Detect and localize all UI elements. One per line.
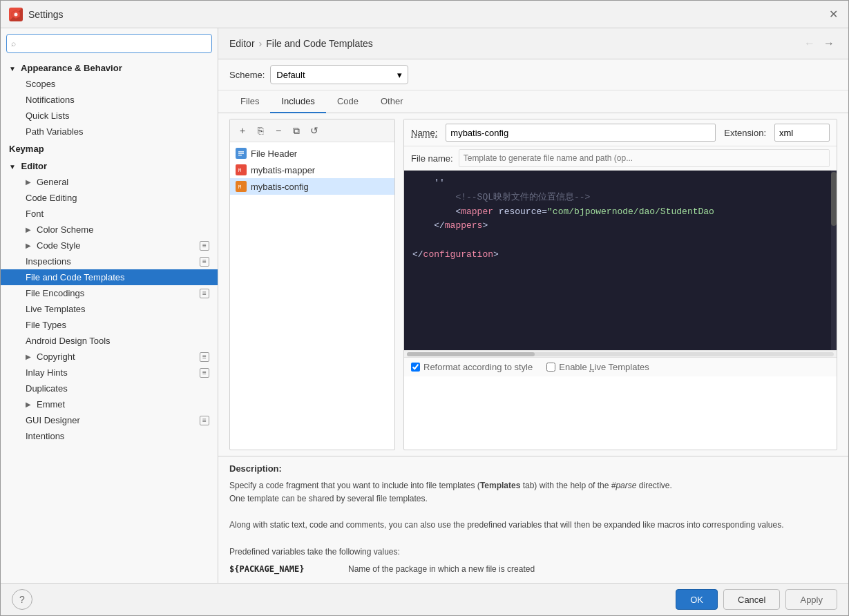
sidebar-item-font[interactable]: Font: [1, 206, 218, 222]
nav-forward-button[interactable]: →: [821, 35, 837, 52]
sidebar-item-editor[interactable]: ▼ Editor: [1, 157, 218, 174]
reformat-checkbox-label[interactable]: Reformat according to style: [411, 362, 533, 372]
file-item-mybatis-mapper[interactable]: M mybatis-mapper: [230, 162, 394, 178]
sidebar-item-inspections[interactable]: Inspections ≡: [1, 253, 218, 269]
editor-scrollbar[interactable]: [404, 350, 837, 357]
right-panel: Editor › File and Code Templates ← → Sch…: [218, 28, 848, 583]
file-encodings-badge: ≡: [200, 289, 209, 298]
sidebar-item-general[interactable]: ▶ General: [1, 174, 218, 190]
breadcrumb-nav: ← →: [801, 35, 837, 52]
desc-para-2: One template can be shared by several fi…: [229, 492, 837, 506]
add-template-button[interactable]: +: [234, 122, 251, 139]
sidebar-item-file-types[interactable]: File Types: [1, 317, 218, 333]
expand-arrow-copyright: ▶: [26, 353, 34, 360]
apply-button[interactable]: Apply: [785, 589, 837, 610]
mybatis-mapper-label: mybatis-mapper: [251, 165, 315, 175]
mybatis-mapper-icon: M: [236, 164, 247, 175]
sidebar-item-scopes[interactable]: Scopes: [1, 76, 218, 92]
code-line-3: <mapper resource="com/bjpowernode/dao/St…: [412, 205, 828, 220]
file-header-label: File Header: [251, 148, 297, 159]
sidebar-item-android-design-tools[interactable]: Android Design Tools: [1, 333, 218, 349]
live-templates-checkbox[interactable]: [546, 363, 555, 372]
expand-arrow-editor: ▼: [9, 163, 16, 171]
name-input[interactable]: [446, 124, 716, 142]
desc-para-3: Along with static text, code and comment…: [229, 519, 837, 532]
desc-table: ${PACKAGE_NAME} Name of the package in w…: [229, 563, 837, 576]
expand-arrow-color-scheme: ▶: [26, 226, 34, 233]
name-label: Name:: [411, 128, 437, 138]
breadcrumb-parent: Editor: [229, 38, 255, 49]
options-row: Reformat according to style Enable Live …: [404, 357, 837, 376]
search-icon: ⌕: [11, 39, 16, 48]
cancel-button[interactable]: Cancel: [723, 589, 780, 610]
code-line-5: [412, 233, 828, 248]
filename-input[interactable]: [459, 149, 830, 167]
desc-para-4: Predefined variables take the following …: [229, 546, 837, 559]
desc-para-1: Specify a code fragment that you want to…: [229, 479, 837, 492]
sidebar-item-notifications[interactable]: Notifications: [1, 92, 218, 108]
name-row: Name: Extension:: [404, 119, 837, 146]
tab-files[interactable]: Files: [229, 90, 270, 113]
sidebar-item-emmet[interactable]: ▶ Emmet: [1, 396, 218, 412]
editor-scrollbar-track: [407, 352, 834, 356]
code-style-badge: ≡: [200, 241, 209, 251]
file-list: File Header M mybatis-mapper: [230, 142, 394, 450]
svg-text:M: M: [238, 168, 241, 173]
sidebar-item-code-editing[interactable]: Code Editing: [1, 190, 218, 206]
reset-template-button[interactable]: ↺: [306, 122, 323, 139]
reformat-checkbox[interactable]: [411, 363, 420, 372]
expand-arrow-general: ▶: [26, 178, 34, 186]
sidebar-item-keymap[interactable]: Keymap: [1, 139, 218, 157]
ok-button[interactable]: OK: [676, 589, 718, 610]
close-button[interactable]: ✕: [826, 8, 840, 21]
description-title: Description:: [229, 463, 837, 474]
sidebar-item-copyright[interactable]: ▶ Copyright ≡: [1, 349, 218, 365]
file-list-toolbar: + ⎘ − ⧉ ↺: [230, 119, 394, 142]
sidebar-item-live-templates[interactable]: Live Templates: [1, 301, 218, 317]
main-content: ⌕ ▼ Appearance & Behavior Scopes Notific…: [1, 28, 848, 583]
scheme-select[interactable]: Default ▾: [270, 65, 408, 84]
sidebar-item-intentions[interactable]: Intentions: [1, 428, 218, 444]
sidebar-item-code-style[interactable]: ▶ Code Style ≡: [1, 238, 218, 253]
inspections-badge: ≡: [200, 257, 209, 267]
tab-includes[interactable]: Includes: [270, 90, 325, 113]
extension-input[interactable]: [774, 124, 830, 142]
code-editor[interactable]: '' <!--SQL映射文件的位置信息--> <mapper resource=…: [404, 171, 837, 350]
sidebar-item-file-encodings[interactable]: File Encodings ≡: [1, 285, 218, 301]
filename-label: File name:: [411, 153, 453, 164]
mybatis-config-icon: M: [236, 181, 247, 192]
question-icon: ?: [19, 594, 25, 605]
code-line-1: '': [412, 176, 828, 191]
sidebar-item-duplicates[interactable]: Duplicates: [1, 381, 218, 396]
title-bar-left: Settings: [9, 8, 64, 21]
desc-var-1: ${PACKAGE_NAME}: [229, 563, 340, 576]
tab-other[interactable]: Other: [370, 90, 414, 113]
sidebar-item-appearance-behavior[interactable]: ▼ Appearance & Behavior: [1, 59, 218, 76]
expand-arrow-appearance: ▼: [9, 65, 16, 73]
file-item-file-header[interactable]: File Header: [230, 145, 394, 162]
remove-template-button[interactable]: −: [270, 122, 287, 139]
file-item-mybatis-config[interactable]: M mybatis-config: [230, 178, 394, 195]
sidebar-item-gui-designer[interactable]: GUI Designer ≡: [1, 412, 218, 428]
scheme-row: Scheme: Default ▾: [218, 59, 848, 90]
inlay-hints-badge: ≡: [200, 368, 209, 378]
search-input[interactable]: [6, 34, 212, 53]
sidebar-item-file-and-code-templates[interactable]: File and Code Templates: [1, 269, 218, 285]
sidebar-item-path-variables[interactable]: Path Variables: [1, 124, 218, 139]
svg-rect-3: [238, 151, 244, 153]
code-line-4: </mappers>: [412, 219, 828, 233]
sidebar-item-color-scheme[interactable]: ▶ Color Scheme: [1, 222, 218, 238]
nav-back-button[interactable]: ←: [801, 35, 818, 52]
app-icon: [9, 8, 23, 21]
live-templates-checkbox-label[interactable]: Enable Live Templates: [546, 362, 649, 372]
window-title: Settings: [28, 9, 64, 20]
help-button[interactable]: ?: [12, 589, 32, 610]
sidebar-item-quick-lists[interactable]: Quick Lists: [1, 108, 218, 124]
duplicate-template-button[interactable]: ⧉: [288, 122, 305, 139]
sidebar-item-inlay-hints[interactable]: Inlay Hints ≡: [1, 365, 218, 381]
copy-template-button[interactable]: ⎘: [252, 122, 269, 139]
breadcrumb-separator: ›: [259, 38, 263, 49]
add-icon: +: [240, 125, 245, 136]
gui-designer-badge: ≡: [200, 416, 209, 425]
tab-code[interactable]: Code: [326, 90, 370, 113]
